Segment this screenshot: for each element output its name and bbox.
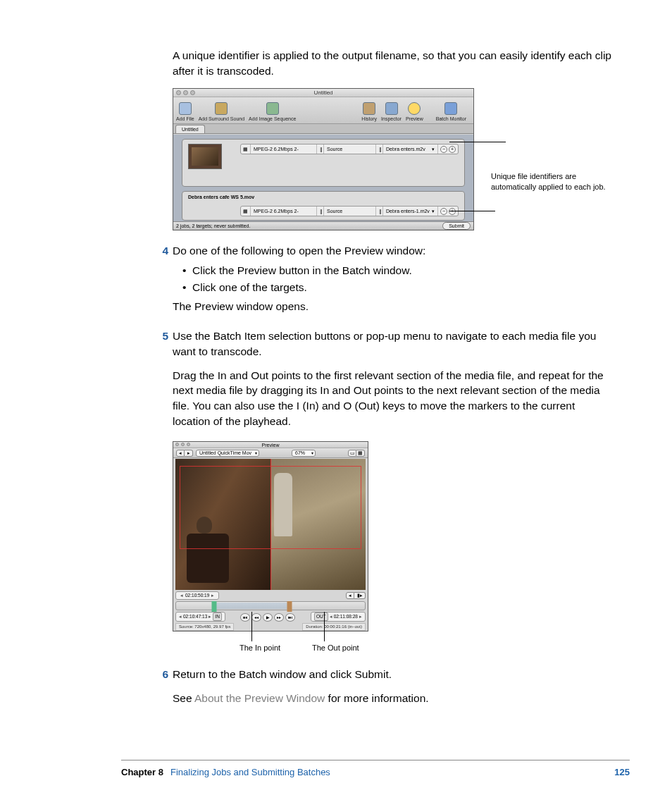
out-point-marker[interactable] — [287, 601, 292, 612]
image-seq-icon — [266, 102, 279, 115]
duration-info: Duration: 00:00:21:16 (in–out) — [302, 623, 366, 631]
remove-button[interactable]: − — [440, 146, 447, 153]
source-cell: Source — [324, 144, 376, 154]
add-image-sequence-button[interactable]: Add Image Sequence — [249, 102, 296, 123]
preview-toolbar: ◂▸ Untitled QuickTime Mov 67% ▭▦ — [173, 448, 368, 458]
marker-nav[interactable]: ◂▮▸ — [346, 592, 366, 599]
bullet-icon: • — [182, 280, 192, 295]
step-back-icon[interactable]: ◂◂ — [251, 613, 261, 622]
figure-preview-window: Preview ◂▸ Untitled QuickTime Mov 67% ▭▦ — [173, 441, 614, 654]
inspector-button[interactable]: Inspector — [381, 102, 402, 123]
chapter-label: Chapter 8 — [121, 767, 163, 777]
source-info: Source: 720x480, 29.97 fps — [175, 623, 234, 631]
callout-in-point: The In point — [239, 643, 280, 653]
target-icon: ▦ — [241, 207, 251, 216]
job-card[interactable]: Debra enters cafe WS 5.mov ▦ MPEG-2 6.2M… — [182, 191, 465, 221]
target-row[interactable]: ▦ MPEG-2 6.2Mbps 2- ‖ Source ‖ Debra ent… — [240, 144, 459, 154]
step-lead: Use the Batch Item selection buttons or … — [173, 328, 614, 359]
batch-item-nav[interactable]: ◂▸ — [176, 450, 193, 457]
transport-controls[interactable]: ⏮ ◂◂ ▶ ▸▸ ⏭ — [240, 613, 295, 622]
callout-out-point: The Out point — [312, 643, 359, 653]
status-bar: 2 jobs, 2 targets; never submitted. Subm… — [173, 221, 473, 230]
step-number: 5 — [160, 328, 173, 433]
file-icon — [179, 102, 192, 115]
step-lead: Do one of the following to open the Prev… — [173, 243, 614, 259]
page-footer: Chapter 8Finalizing Jobs and Submitting … — [121, 760, 630, 779]
job-card[interactable]: ▦ MPEG-2 6.2Mbps 2- ‖ Source ‖ Debra ent… — [182, 139, 465, 187]
preview-canvas — [175, 459, 366, 590]
zoom-popup[interactable]: 67% — [292, 450, 316, 457]
add-button[interactable]: + — [449, 146, 456, 153]
step-after: The Preview window opens. — [173, 299, 614, 314]
in-timecode[interactable]: ◂02:10:47:13▸IN — [175, 612, 225, 622]
add-file-button[interactable]: Add File — [176, 102, 194, 123]
clip-thumbnail — [188, 144, 222, 169]
window-title: Untitled — [173, 89, 473, 97]
clip-popup[interactable]: Untitled QuickTime Mov — [196, 450, 259, 457]
setting-cell: MPEG-2 6.2Mbps 2- — [251, 144, 317, 154]
bullet-text: Click one of the targets. — [192, 280, 307, 295]
playhead-timecode[interactable]: ◂02:10:50:19▸ — [175, 591, 219, 600]
bullet-icon: • — [182, 263, 192, 278]
page-number: 125 — [614, 766, 630, 779]
intro-paragraph: A unique identifier is applied to the ou… — [173, 48, 614, 78]
output-filename-cell: Debra enters.m2v▾ — [383, 144, 438, 154]
view-toggle[interactable]: ▭▦ — [348, 450, 365, 457]
inspector-icon — [385, 102, 398, 115]
add-surround-sound-button[interactable]: Add Surround Sound — [199, 102, 244, 123]
go-end-icon[interactable]: ⏭ — [285, 613, 295, 622]
tab-strip: Untitled — [173, 124, 473, 134]
preview-icon — [408, 102, 421, 115]
surround-icon — [215, 102, 228, 115]
batch-monitor-button[interactable]: Batch Monitor — [436, 102, 466, 123]
status-text: 2 jobs, 2 targets; never submitted. — [176, 223, 250, 230]
toolbar: Add File Add Surround Sound Add Image Se… — [173, 97, 473, 124]
window-titlebar: Untitled — [173, 89, 473, 97]
submit-button[interactable]: Submit — [442, 222, 471, 230]
history-button[interactable]: History — [361, 102, 377, 123]
bullet-text: Click the Preview button in the Batch wi… — [192, 263, 412, 278]
figure-callout: Unique file identifiers are automaticall… — [491, 171, 618, 192]
step-number: 4 — [160, 243, 173, 319]
step-text: Return to the Batch window and click Sub… — [173, 667, 614, 682]
play-icon[interactable]: ▶ — [263, 613, 273, 622]
source-cell: Source — [324, 207, 376, 216]
step-number: 6 — [160, 667, 173, 710]
timeline-scrubber[interactable] — [175, 601, 366, 610]
setting-cell: MPEG-2 6.2Mbps 2- — [251, 207, 317, 216]
chapter-title: Finalizing Jobs and Submitting Batches — [170, 767, 330, 777]
batch-monitor-icon — [444, 102, 457, 115]
window-title: Preview — [173, 442, 368, 448]
history-icon — [363, 102, 375, 115]
step-fwd-icon[interactable]: ▸▸ — [274, 613, 284, 622]
out-timecode[interactable]: OUT◂02:11:08:28▸ — [311, 612, 366, 622]
output-filename-cell: Debra enters-1.m2v▾ — [383, 207, 438, 216]
figure-batch-window: Untitled Add File Add Surround Sound Add… — [173, 88, 614, 230]
job-title: Debra enters cafe WS 5.mov — [188, 194, 254, 201]
target-icon: ▦ — [241, 144, 251, 154]
tab-untitled[interactable]: Untitled — [175, 125, 205, 134]
preview-window-link[interactable]: About the Preview Window — [194, 692, 325, 704]
go-start-icon[interactable]: ⏮ — [240, 613, 250, 622]
in-point-marker[interactable] — [211, 601, 216, 612]
preview-button[interactable]: Preview — [406, 102, 423, 123]
see-more: See About the Preview Window for more in… — [173, 691, 614, 706]
window-titlebar: Preview — [173, 442, 368, 448]
step-paragraph: Drag the In and Out points to the first … — [173, 368, 614, 429]
remove-button[interactable]: − — [440, 208, 447, 215]
target-row[interactable]: ▦ MPEG-2 6.2Mbps 2- ‖ Source ‖ Debra ent… — [240, 206, 459, 216]
